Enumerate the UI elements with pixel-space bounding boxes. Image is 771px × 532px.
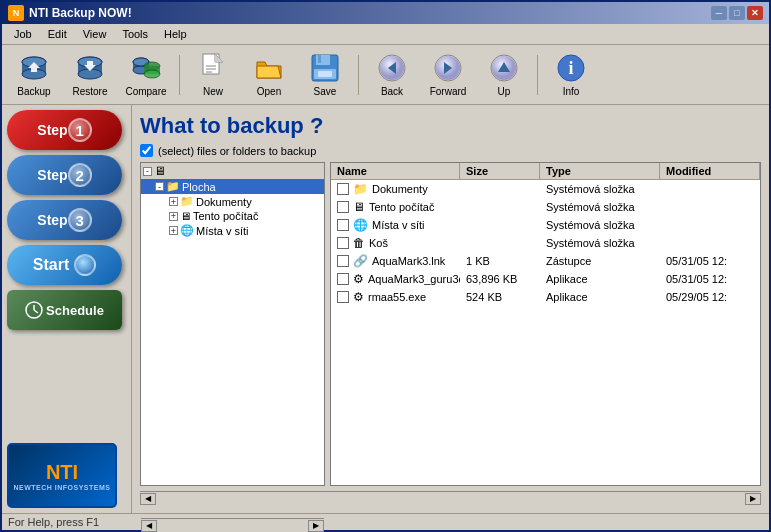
plocha-folder-icon: 📁 [166, 180, 180, 193]
header-name[interactable]: Name [331, 163, 460, 179]
nti-text: NTI [13, 461, 110, 484]
menu-view[interactable]: View [75, 26, 115, 42]
tree-item-mista[interactable]: + 🌐 Místa v síti [141, 223, 324, 238]
title-bar-left: N NTI Backup NOW! [8, 5, 132, 21]
right-panel: What to backup ? (select) files or folde… [132, 105, 769, 513]
file-row-mista[interactable]: 🌐 Místa v síti Systémová složka [331, 216, 760, 234]
fhscroll-left[interactable]: ◀ [140, 493, 156, 505]
new-label: New [203, 86, 223, 97]
info-icon: i [555, 52, 587, 84]
file-cell-size-pocitac [460, 199, 540, 215]
pocitac-icon: 🖥 [180, 210, 191, 222]
backup-icon [18, 52, 50, 84]
file-name-pocitac: Tento počítač [369, 201, 434, 213]
dokumenty-expand-icon[interactable]: + [169, 197, 178, 206]
close-button[interactable]: ✕ [747, 6, 763, 20]
root-expand-icon[interactable]: - [143, 167, 152, 176]
forward-button[interactable]: Forward [422, 49, 474, 101]
file-checkbox-rmaa[interactable] [337, 291, 349, 303]
file-cell-modified-rmaa: 05/29/05 12: [660, 289, 760, 305]
file-name-mista: Místa v síti [372, 219, 425, 231]
tree-panel[interactable]: - 🖥 - 📁 Plocha + 📁 Dokumenty + [140, 162, 325, 486]
spacer [7, 335, 126, 438]
step2-circle: 2 [68, 163, 92, 187]
tree-item-dokumenty[interactable]: + 📁 Dokumenty [141, 194, 324, 209]
file-cell-size-kos [460, 235, 540, 251]
header-size[interactable]: Size [460, 163, 540, 179]
root-folder-icon: 🖥 [154, 164, 166, 178]
restore-button[interactable]: Restore [64, 49, 116, 101]
nti-logo: NTI NEWTECH INFOSYSTEMS [7, 443, 117, 508]
file-row-kos[interactable]: 🗑 Koš Systémová složka [331, 234, 760, 252]
header-modified[interactable]: Modified [660, 163, 760, 179]
svg-text:i: i [568, 58, 573, 78]
minimize-button[interactable]: ─ [711, 6, 727, 20]
page-title: What to backup ? [140, 113, 761, 139]
file-cell-modified-kos [660, 235, 760, 251]
file-checkbox-aquamark-exe[interactable] [337, 273, 349, 285]
tree-item-pocitac[interactable]: + 🖥 Tento počítač [141, 209, 324, 223]
step3-button[interactable]: Step 3 [7, 200, 122, 240]
fhscroll-right[interactable]: ▶ [745, 493, 761, 505]
header-type[interactable]: Type [540, 163, 660, 179]
tree-item-plocha[interactable]: - 📁 Plocha [141, 179, 324, 194]
fhscroll-track [156, 493, 745, 505]
file-row-rmaa[interactable]: ⚙ rmaa55.exe 524 KB Aplikace 05/29/05 12… [331, 288, 760, 306]
file-icon-pocitac: 🖥 [353, 200, 365, 214]
menu-help[interactable]: Help [156, 26, 195, 42]
file-cell-name-dokumenty: 📁 Dokumenty [331, 181, 460, 197]
tree-root-row: - 🖥 [141, 163, 324, 179]
file-checkbox-dokumenty[interactable] [337, 183, 349, 195]
file-cell-name-mista: 🌐 Místa v síti [331, 217, 460, 233]
menu-job[interactable]: Job [6, 26, 40, 42]
file-cell-modified-aquamark-exe: 05/31/05 12: [660, 271, 760, 287]
file-checkbox-pocitac[interactable] [337, 201, 349, 213]
file-cell-modified-pocitac [660, 199, 760, 215]
file-cell-name-pocitac: 🖥 Tento počítač [331, 199, 460, 215]
file-cell-size-dokumenty [460, 181, 540, 197]
separator-2 [358, 55, 359, 95]
file-checkbox-aquamark-lnk[interactable] [337, 255, 349, 267]
menu-edit[interactable]: Edit [40, 26, 75, 42]
step1-button[interactable]: Step 1 [7, 110, 122, 150]
plocha-expand-icon[interactable]: - [155, 182, 164, 191]
file-row-aquamark-lnk[interactable]: 🔗 AquaMark3.lnk 1 KB Zástupce 05/31/05 1… [331, 252, 760, 270]
info-button[interactable]: i Info [545, 49, 597, 101]
file-cell-type-kos: Systémová složka [540, 235, 660, 251]
left-panel: Step 1 Step 2 Step 3 Start [2, 105, 132, 513]
back-button[interactable]: Back [366, 49, 418, 101]
open-button[interactable]: Open [243, 49, 295, 101]
pocitac-expand-icon[interactable]: + [169, 212, 178, 221]
file-cell-name-kos: 🗑 Koš [331, 235, 460, 251]
file-row-dokumenty[interactable]: 📁 Dokumenty Systémová složka [331, 180, 760, 198]
file-list-hscroll[interactable]: ◀ ▶ [140, 491, 761, 505]
app-icon: N [8, 5, 24, 21]
step2-button[interactable]: Step 2 [7, 155, 122, 195]
backup-button[interactable]: Backup [8, 49, 60, 101]
file-list-panel[interactable]: Name Size Type Modified 📁 Dokumenty [330, 162, 761, 486]
select-checkbox[interactable] [140, 144, 153, 157]
new-button[interactable]: New [187, 49, 239, 101]
restore-icon [74, 52, 106, 84]
file-checkbox-kos[interactable] [337, 237, 349, 249]
step3-text: Step [37, 212, 67, 228]
schedule-button[interactable]: Schedule [7, 290, 122, 330]
file-checkbox-mista[interactable] [337, 219, 349, 231]
menu-tools[interactable]: Tools [114, 26, 156, 42]
compare-button[interactable]: Compare [120, 49, 172, 101]
window-title: NTI Backup NOW! [29, 6, 132, 20]
file-icon-rmaa: ⚙ [353, 290, 364, 304]
up-button[interactable]: Up [478, 49, 530, 101]
schedule-icon [25, 301, 43, 319]
step3-circle: 3 [68, 208, 92, 232]
maximize-button[interactable]: □ [729, 6, 745, 20]
file-icon-kos: 🗑 [353, 236, 365, 250]
forward-icon [432, 52, 464, 84]
start-button[interactable]: Start [7, 245, 122, 285]
mista-expand-icon[interactable]: + [169, 226, 178, 235]
file-cell-type-pocitac: Systémová složka [540, 199, 660, 215]
save-button[interactable]: Save [299, 49, 351, 101]
start-label: Start [33, 256, 69, 274]
file-row-pocitac[interactable]: 🖥 Tento počítač Systémová složka [331, 198, 760, 216]
file-row-aquamark-exe[interactable]: ⚙ AquaMark3_guru3d.... 63,896 KB Aplikac… [331, 270, 760, 288]
